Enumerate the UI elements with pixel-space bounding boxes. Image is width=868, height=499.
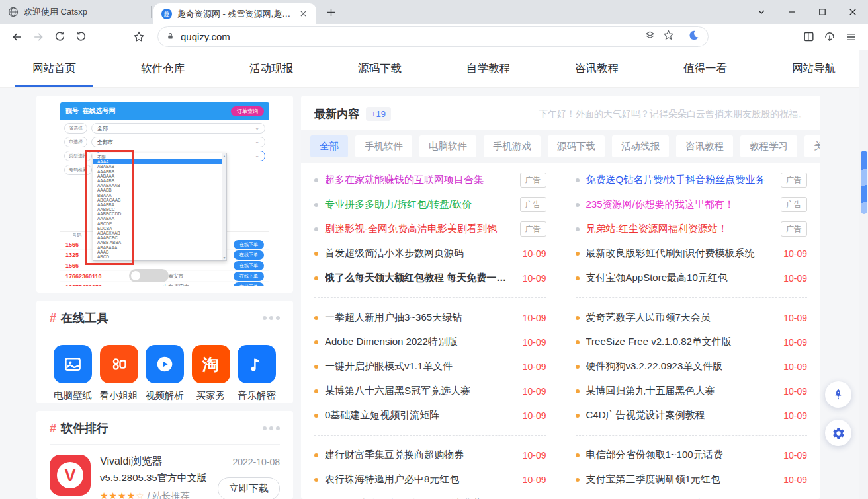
category-tab-3[interactable]: 手机游戏 xyxy=(484,135,541,157)
news-link[interactable]: 超多在家就能赚钱的互联网项目合集 xyxy=(325,174,513,186)
settings-button[interactable] xyxy=(825,420,851,446)
menu-icon[interactable] xyxy=(840,26,861,48)
nav-item-6[interactable]: 值得一看 xyxy=(668,50,743,87)
group-divider xyxy=(576,435,808,436)
nav-item-4[interactable]: 自学教程 xyxy=(451,50,526,87)
news-link[interactable]: 一键开启护眼模式v1.1单文件 xyxy=(325,360,516,373)
number-picker-screenshot[interactable]: 靓号_在线选号网 订单查询 省选择全部⌄市选择全部市⌄类型选择不限⌄号码检索 号… xyxy=(60,102,269,286)
news-link[interactable]: C4D广告视觉设计案例教程 xyxy=(586,409,777,422)
order-button[interactable]: 在线下单 xyxy=(234,272,264,281)
nav-item-7[interactable]: 网站导航 xyxy=(776,50,851,87)
software-name[interactable]: Vivaldi浏览器 xyxy=(100,455,208,469)
news-link[interactable]: 免费送Q钻名片赞/快手抖音粉丝点赞业务 xyxy=(586,174,775,186)
news-link[interactable]: 支付宝领AppStore最高10元红包 xyxy=(586,272,777,284)
news-row: 最新改良版彩虹代刷知识付费模板系统10-09 xyxy=(576,241,808,266)
order-button[interactable]: 在线下单 xyxy=(234,240,264,249)
news-link[interactable]: 剧迷影视-全网免费高清电影美剧看到饱 xyxy=(325,223,513,235)
date-label: 10-09 xyxy=(523,410,546,421)
browser-tab-welcome[interactable]: 欢迎使用 Catsxp xyxy=(0,0,151,24)
news-row: 支付宝第三季度调研领1元红包10-09 xyxy=(576,467,808,492)
stash-layers-icon[interactable] xyxy=(644,29,656,44)
bullet-icon xyxy=(576,389,580,393)
address-bar[interactable]: quqizy.com xyxy=(157,26,709,47)
field-select[interactable]: 全部⌄ xyxy=(91,123,265,134)
news-row: 专业拼多多助力/拆红包/转盘/砍价广告 xyxy=(314,192,546,217)
news-link[interactable]: 爱奇艺数字人民币领7天会员 xyxy=(586,311,777,324)
nav-item-2[interactable]: 活动现报 xyxy=(234,50,309,87)
home-star-icon[interactable] xyxy=(128,26,150,48)
category-tab-2[interactable]: 电脑软件 xyxy=(419,135,476,157)
forward-icon[interactable] xyxy=(28,26,49,48)
widget-field-row: 省选择全部⌄ xyxy=(64,123,265,134)
news-link[interactable]: 某博第八十六届黑S冠军竞选大赛 xyxy=(325,385,516,397)
category-tab-0[interactable]: 全部 xyxy=(310,135,348,157)
category-tab-5[interactable]: 活动线报 xyxy=(612,135,669,157)
tab-search-chevron-icon[interactable] xyxy=(746,0,777,24)
more-dots-icon[interactable] xyxy=(263,316,280,320)
minimize-button[interactable] xyxy=(777,0,807,24)
back-icon[interactable] xyxy=(7,26,28,48)
field-select[interactable]: 全部市⌄ xyxy=(91,137,265,147)
tool-0[interactable]: 电脑壁纸 xyxy=(51,345,95,402)
site-favicon: 趣 xyxy=(161,9,172,19)
more-dots-icon[interactable] xyxy=(263,426,280,430)
bullet-icon xyxy=(576,365,580,369)
group-divider xyxy=(576,297,808,298)
category-tab-6[interactable]: 咨讯教程 xyxy=(676,135,733,157)
order-button[interactable]: 在线下单 xyxy=(234,261,264,270)
news-link[interactable]: Adobe Dimension 2022特别版 xyxy=(325,336,516,348)
news-link[interactable]: 专业拼多多助力/拆红包/转盘/砍价 xyxy=(325,198,513,211)
close-button[interactable] xyxy=(838,0,868,24)
maximize-button[interactable] xyxy=(807,0,838,24)
order-button[interactable]: 在线下单 xyxy=(234,282,264,287)
bullet-icon xyxy=(576,227,580,231)
news-link[interactable]: 某博回归第九十五届黑色大赛 xyxy=(586,385,777,397)
news-link[interactable]: 最新改良版彩虹代刷知识付费模板系统 xyxy=(586,247,777,260)
split-view-icon[interactable] xyxy=(798,26,819,48)
news-link[interactable]: 235资源网/你想要的我这里都有！ xyxy=(586,198,775,211)
news-link[interactable]: 兄弟站:红尘资源网福利资源站！ xyxy=(586,223,775,235)
tab-close-icon[interactable] xyxy=(298,9,308,19)
bullet-icon xyxy=(314,227,318,231)
dropdown-scrollbar: ▲▼ xyxy=(222,153,226,260)
nav-item-3[interactable]: 源码下载 xyxy=(342,50,417,87)
tool-2[interactable]: 视频解析 xyxy=(143,345,187,402)
news-link[interactable]: 电信部分省份领取1~100元话费 xyxy=(586,449,777,461)
news-link[interactable]: 建行财富季集豆兑换商超购物券 xyxy=(325,449,516,461)
back-to-top-button[interactable] xyxy=(825,381,851,408)
software-ranking-card: # 软件排行 V Vivaldi浏览器 v5.5.2805.35官方中文版 ★★… xyxy=(36,411,293,499)
refresh-icon[interactable] xyxy=(49,26,70,48)
news-link[interactable]: 首发超级简洁小米步数网页源码 xyxy=(325,247,516,260)
dark-mode-moon-icon[interactable] xyxy=(687,29,700,44)
download-now-button[interactable]: 立即下载 xyxy=(218,477,280,499)
tool-label: 音乐解密 xyxy=(235,389,279,402)
download-icon[interactable] xyxy=(819,26,840,48)
category-tab-7[interactable]: 教程学习 xyxy=(740,135,797,157)
scrollbar-thumb[interactable] xyxy=(861,151,867,214)
news-link[interactable]: 农行珠海特邀用户必中8元红包 xyxy=(325,473,516,486)
news-link[interactable]: 饿了么每天领大额红包教程 每天免费一顿饭 xyxy=(325,272,516,284)
news-link[interactable]: 0基础建立短视频引流矩阵 xyxy=(325,409,516,422)
tool-4[interactable]: 音乐解密 xyxy=(235,345,279,402)
nav-item-5[interactable]: 咨讯教程 xyxy=(559,50,634,87)
tab-strip: 欢迎使用 Catsxp 趣 趣奇资源网 - 残雪资源网,趣味奇妙 xyxy=(0,0,868,24)
undo-icon[interactable] xyxy=(70,26,91,48)
order-button[interactable]: 在线下单 xyxy=(234,250,264,260)
category-tab-4[interactable]: 源码下载 xyxy=(548,135,605,157)
news-link[interactable]: 硬件狗狗v3.2.22.0923单文件版 xyxy=(586,360,777,373)
group-divider xyxy=(314,435,546,436)
select-value: 全部市 xyxy=(97,139,113,146)
browser-tab-quqizy[interactable]: 趣 趣奇资源网 - 残雪资源网,趣味奇妙 xyxy=(153,3,316,24)
new-tab-button[interactable] xyxy=(322,3,340,21)
news-link[interactable]: 一拳超人新用户抽3~365天绿钻 xyxy=(325,311,516,324)
bookmark-star-icon[interactable] xyxy=(662,29,675,44)
nav-item-0[interactable]: 网站首页 xyxy=(17,50,92,87)
news-link[interactable]: TreeSize Free v2.1.0.82单文件版 xyxy=(586,336,777,348)
tool-1[interactable]: 看小姐姐 xyxy=(97,345,141,402)
news-link[interactable]: 支付宝第三季度调研领1元红包 xyxy=(586,473,777,486)
tool-3[interactable]: 淘买家秀 xyxy=(189,345,233,402)
category-tab-8[interactable]: 美图分享 xyxy=(804,135,820,157)
category-tab-1[interactable]: 手机软件 xyxy=(355,135,412,157)
nav-item-1[interactable]: 软件仓库 xyxy=(125,50,200,87)
divider xyxy=(681,32,681,42)
